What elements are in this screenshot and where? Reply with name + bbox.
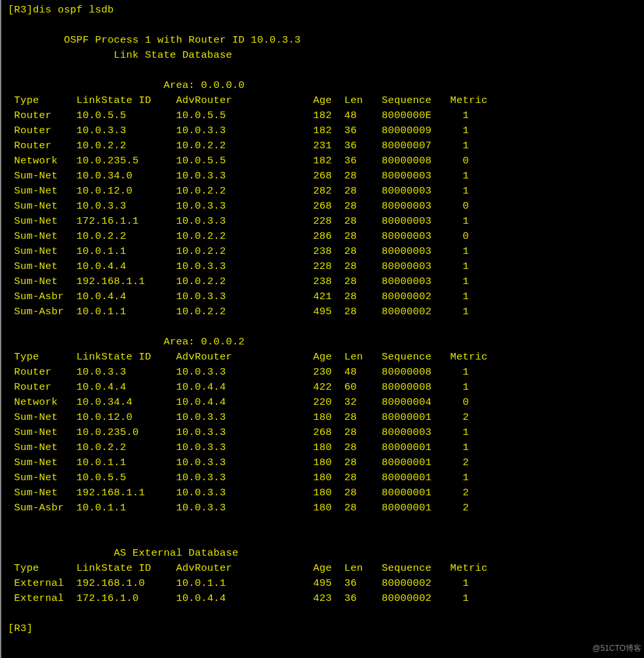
watermark-text: @51CTO博客 — [592, 643, 641, 654]
terminal-output[interactable]: [R3]dis ospf lsdb OSPF Process 1 with Ro… — [0, 0, 644, 658]
